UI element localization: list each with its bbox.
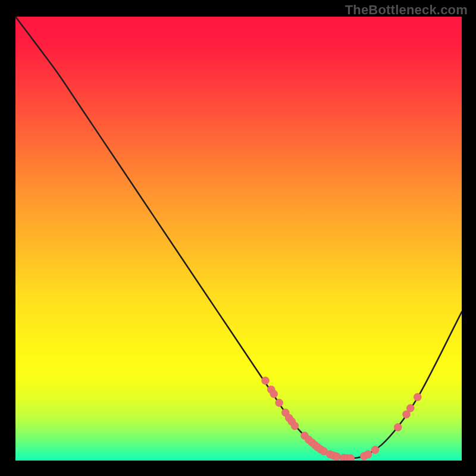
chart-frame: TheBottleneck.com (0, 0, 476, 476)
data-point (414, 393, 421, 401)
data-point (275, 399, 283, 407)
data-point (262, 377, 270, 384)
data-point (347, 455, 355, 461)
data-point (394, 424, 402, 431)
chart-svg (15, 17, 462, 461)
data-point (291, 422, 299, 430)
data-point (371, 446, 379, 454)
data-point (333, 453, 341, 461)
data-point (364, 450, 372, 458)
data-points (262, 377, 422, 461)
watermark-text: TheBottleneck.com (345, 2, 468, 18)
curve-line (15, 17, 462, 458)
plot-area (15, 17, 462, 461)
data-point (270, 390, 278, 398)
data-point (406, 404, 414, 412)
